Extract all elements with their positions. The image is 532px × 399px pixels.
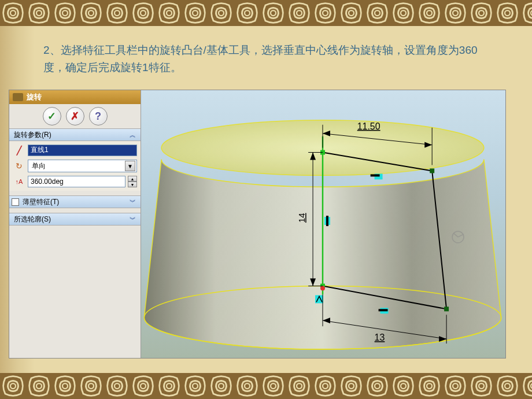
celtic-knot-icon — [78, 373, 104, 399]
celtic-knot-icon — [156, 0, 182, 26]
expand-icon: ︾ — [130, 215, 136, 224]
svg-rect-90 — [379, 309, 388, 311]
profile-label: 所选轮廓(S) — [14, 215, 51, 224]
thin-feature-checkbox[interactable] — [12, 198, 19, 206]
celtic-knot-icon — [156, 373, 182, 399]
celtic-knot-icon — [26, 0, 52, 26]
rotation-params-body: ╱ 直线1 ↻ 单向 ▼ ↑A ▲ ▼ — [9, 141, 141, 191]
angle-icon: ↑A — [13, 176, 25, 187]
spinner-down-button[interactable]: ▼ — [128, 182, 137, 187]
ornament-bottom — [0, 373, 532, 399]
celtic-knot-icon — [130, 0, 156, 26]
celtic-knot-icon — [390, 0, 416, 26]
axis-icon: ╱ — [13, 145, 25, 156]
celtic-knot-icon — [130, 373, 156, 399]
svg-rect-89 — [326, 216, 328, 226]
celtic-knot-icon — [182, 0, 208, 26]
celtic-knot-icon — [104, 373, 130, 399]
celtic-knot-icon — [26, 373, 52, 399]
sketch-point — [430, 168, 434, 173]
celtic-knot-icon — [52, 0, 78, 26]
svg-text:14: 14 — [297, 213, 306, 223]
angle-spinner: ▲ ▼ — [128, 176, 137, 187]
celtic-knot-icon — [260, 0, 286, 26]
celtic-knot-icon — [442, 373, 468, 399]
profile-header[interactable]: 所选轮廓(S) ︾ — [9, 213, 141, 226]
celtic-knot-icon — [104, 0, 130, 26]
panel-spacer — [9, 226, 141, 358]
thin-feature-header[interactable]: 薄壁特征(T) ︾ — [9, 195, 141, 208]
dropdown-arrow-icon: ▼ — [125, 161, 135, 171]
celtic-knot-icon — [0, 0, 26, 26]
revolve-icon — [13, 93, 23, 101]
celtic-knot-icon — [234, 0, 260, 26]
ornament-top — [0, 0, 532, 26]
celtic-knot-icon — [286, 0, 312, 26]
direction-icon[interactable]: ↻ — [13, 160, 25, 172]
property-panel: 旋转 ✓ ✗ ? 旋转参数(R) ︽ ╱ 直线1 ↻ 单向 ▼ — [9, 90, 141, 358]
panel-title-text: 旋转 — [27, 92, 42, 102]
celtic-knot-icon — [78, 0, 104, 26]
celtic-knot-icon — [0, 373, 26, 399]
3d-viewport[interactable]: 11.50 14 13 — [141, 90, 505, 358]
axis-row: ╱ 直线1 — [13, 145, 137, 156]
direction-value: 单向 — [32, 161, 46, 171]
celtic-knot-icon — [364, 0, 390, 26]
panel-action-buttons: ✓ ✗ ? — [9, 104, 141, 128]
svg-text:13: 13 — [375, 332, 385, 342]
celtic-knot-icon — [182, 373, 208, 399]
celtic-knot-icon — [442, 0, 468, 26]
celtic-knot-icon — [390, 373, 416, 399]
svg-text:11.50: 11.50 — [357, 121, 380, 131]
frustum-preview: 11.50 14 13 — [141, 90, 505, 358]
celtic-knot-icon — [494, 373, 520, 399]
celtic-knot-icon — [338, 373, 364, 399]
expand-icon: ︾ — [130, 198, 136, 206]
celtic-knot-icon — [312, 373, 338, 399]
angle-input[interactable] — [28, 176, 125, 187]
direction-row: ↻ 单向 ▼ — [13, 160, 137, 172]
sketch-point — [444, 306, 449, 311]
celtic-knot-icon — [416, 0, 442, 26]
rotation-params-label: 旋转参数(R) — [14, 130, 51, 140]
axis-input[interactable]: 直线1 — [28, 145, 137, 156]
instruction-text: 2、选择特征工具栏中的旋转凸台/基体工具，选择垂直中心线作为旋转轴，设置角度为3… — [43, 42, 497, 77]
spinner-up-button[interactable]: ▲ — [128, 176, 137, 182]
celtic-knot-icon — [468, 373, 494, 399]
collapse-icon: ︽ — [130, 131, 136, 139]
celtic-knot-icon — [520, 373, 532, 399]
cancel-button[interactable]: ✗ — [66, 107, 84, 125]
direction-dropdown[interactable]: 单向 ▼ — [28, 160, 137, 172]
celtic-knot-icon — [208, 373, 234, 399]
celtic-knot-icon — [260, 373, 286, 399]
cad-window: 旋转 ✓ ✗ ? 旋转参数(R) ︽ ╱ 直线1 ↻ 单向 ▼ — [9, 90, 506, 359]
celtic-knot-icon — [520, 0, 532, 26]
svg-rect-88 — [371, 174, 380, 176]
celtic-knot-icon — [416, 373, 442, 399]
celtic-knot-icon — [234, 373, 260, 399]
celtic-knot-icon — [338, 0, 364, 26]
thin-feature-label: 薄壁特征(T) — [23, 197, 59, 207]
celtic-knot-icon — [468, 0, 494, 26]
celtic-knot-icon — [364, 373, 390, 399]
celtic-knot-icon — [494, 0, 520, 26]
origin-point — [320, 286, 325, 291]
celtic-knot-icon — [52, 373, 78, 399]
celtic-knot-icon — [286, 373, 312, 399]
ok-button[interactable]: ✓ — [43, 107, 61, 125]
celtic-knot-icon — [208, 0, 234, 26]
panel-title-bar: 旋转 — [9, 90, 141, 104]
celtic-knot-icon — [312, 0, 338, 26]
angle-row: ↑A ▲ ▼ — [13, 176, 137, 187]
rotation-params-header[interactable]: 旋转参数(R) ︽ — [9, 128, 141, 141]
help-button[interactable]: ? — [89, 107, 108, 125]
